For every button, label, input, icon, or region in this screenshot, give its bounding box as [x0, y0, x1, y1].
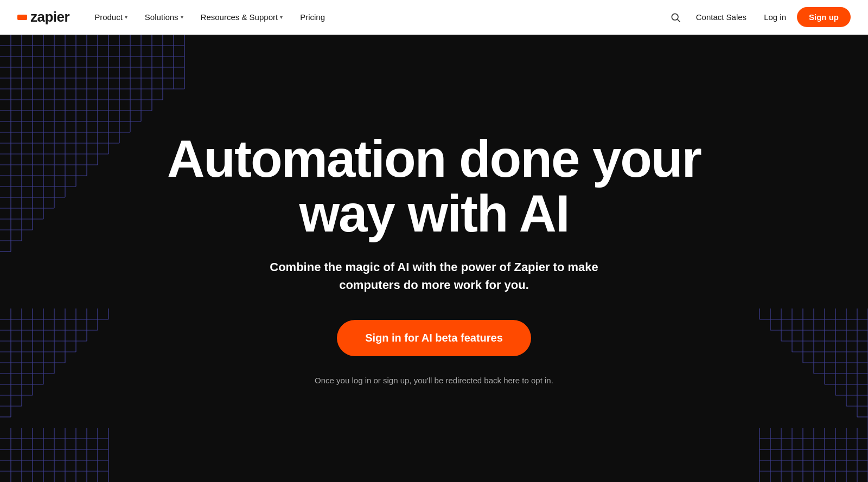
search-icon[interactable]	[666, 8, 685, 27]
hero-cta-button[interactable]: Sign in for AI beta features	[337, 320, 531, 356]
hero-title: Automation done your way with AI	[167, 132, 701, 241]
signup-button[interactable]: Sign up	[797, 7, 851, 27]
hero-footnote: Once you log in or sign up, you'll be re…	[167, 376, 701, 385]
svg-point-0	[672, 14, 678, 20]
contact-sales-link[interactable]: Contact Sales	[690, 8, 753, 26]
hero-subtitle: Combine the magic of AI with the power o…	[244, 258, 624, 294]
hero-content: Automation done your way with AI Combine…	[145, 132, 723, 385]
svg-line-1	[677, 19, 680, 22]
hero-section: Automation done your way with AI Combine…	[0, 0, 868, 482]
search-svg	[670, 12, 681, 23]
grid-decoration-bottom-left	[0, 309, 119, 482]
chevron-down-icon: ▾	[125, 14, 127, 20]
nav-links: Product ▾ Solutions ▾ Resources & Suppor…	[87, 8, 666, 26]
nav-solutions[interactable]: Solutions ▾	[137, 8, 191, 26]
chevron-down-icon: ▾	[280, 14, 283, 20]
grid-decoration-bottom-right	[716, 309, 868, 482]
nav-resources[interactable]: Resources & Support ▾	[193, 8, 291, 26]
nav-product[interactable]: Product ▾	[87, 8, 135, 26]
nav-right: Contact Sales Log in Sign up	[666, 7, 851, 27]
navbar: zapier Product ▾ Solutions ▾ Resources &…	[0, 0, 868, 35]
logo-text: zapier	[30, 9, 69, 25]
logo[interactable]: zapier	[17, 9, 69, 25]
nav-pricing[interactable]: Pricing	[292, 8, 333, 26]
login-link[interactable]: Log in	[757, 8, 793, 26]
logo-dash	[17, 15, 27, 20]
logo-mark: zapier	[17, 9, 69, 25]
chevron-down-icon: ▾	[181, 14, 183, 20]
